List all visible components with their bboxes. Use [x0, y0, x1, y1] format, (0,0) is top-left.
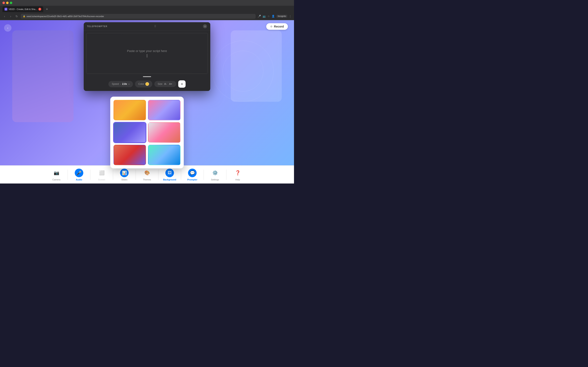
teleprompter-modal: TELEPROMPTER ⠿ ✕ Paste or type your scri…: [84, 22, 210, 91]
brightness-icon: ☀: [181, 82, 183, 86]
minimize-window-button[interactable]: [6, 2, 9, 4]
themes-icon: 🎨: [143, 169, 151, 177]
help-icon: ❓: [233, 169, 242, 177]
background-swatch-teal-blue[interactable]: [148, 145, 181, 165]
divider-8: [226, 170, 226, 180]
modal-header: TELEPROMPTER ⠿ ✕: [84, 22, 210, 31]
background-swatch-red-purple[interactable]: [113, 145, 146, 165]
microphone-icon[interactable]: 🎤: [258, 15, 261, 18]
record-button[interactable]: Record: [266, 23, 288, 30]
color-swatch[interactable]: [145, 82, 149, 86]
divider-2: [90, 170, 90, 180]
screen-icon: ⬜: [97, 169, 106, 177]
help-label: Help: [235, 178, 240, 181]
record-indicator: [270, 25, 272, 27]
divider-3: [113, 170, 113, 180]
speed-control[interactable]: Speed - 2.0x +: [108, 81, 133, 87]
tab-close-button[interactable]: ✕: [38, 8, 41, 11]
prompter-icon: 💬: [188, 169, 197, 177]
toolbar-item-settings[interactable]: ⚙️ Settings: [205, 167, 225, 183]
divider-6: [181, 170, 181, 180]
profile-icon[interactable]: 👤: [272, 15, 275, 18]
back-button[interactable]: ‹: [4, 24, 11, 32]
settings-icon: ⚙️: [211, 169, 219, 177]
scroll-indicator: [143, 76, 151, 77]
background-icon: 🖼: [165, 169, 174, 177]
toolbar-item-prompter[interactable]: 💬 Prompter: [182, 167, 203, 183]
divider-5: [158, 170, 158, 180]
close-window-button[interactable]: [2, 2, 5, 4]
main-content: ‹ Record Select or We su TELEPROMPTER ⠿ …: [0, 20, 294, 184]
url-text: veed.io/workspaces/22ce6d2f-38c5-4df1-a8…: [26, 15, 104, 17]
brightness-button[interactable]: ☀: [178, 80, 186, 88]
toolbar-item-audio[interactable]: 🎤 Audio: [69, 167, 89, 183]
background-swatch-pink-purple[interactable]: [148, 100, 181, 120]
more-options-icon[interactable]: ⋮: [289, 15, 292, 18]
audio-icon: 🎤: [75, 169, 83, 177]
forward-navigation-button[interactable]: ›: [9, 15, 13, 18]
toolbar-item-slides[interactable]: 📊 Slides: [114, 167, 135, 183]
camera-icon: 📷: [52, 169, 61, 177]
size-control[interactable]: Size A- A+: [154, 81, 176, 87]
ssl-lock-icon: 🔒: [23, 15, 25, 17]
bg-card-left: [12, 30, 73, 122]
toolbar-item-background[interactable]: 🖼 Background: [159, 167, 180, 183]
cast-icon[interactable]: 📺: [263, 15, 266, 18]
url-input[interactable]: 🔒 veed.io/workspaces/22ce6d2f-38c5-4df1-…: [21, 14, 256, 19]
background-picker-popup: [110, 97, 184, 168]
color-label: Color: [138, 83, 144, 85]
size-label: Size: [158, 83, 162, 85]
browser-chrome: V VEED - Create, Edit & Sha... ✕ + ‹ › ↻…: [0, 0, 294, 20]
speed-decrease-button[interactable]: -: [120, 83, 121, 86]
background-swatch-blue-purple[interactable]: [113, 122, 146, 143]
browser-actions: 🎤 📺 ☆ 👤 Incognito ⋮: [258, 15, 292, 18]
toolbar-item-help[interactable]: ❓ Help: [227, 167, 248, 183]
bg-circle-2: [223, 51, 263, 92]
background-grid: [113, 100, 181, 165]
incognito-badge: Incognito: [277, 15, 287, 18]
back-navigation-button[interactable]: ‹: [2, 15, 7, 18]
background-swatch-orange[interactable]: [113, 100, 146, 120]
new-tab-button[interactable]: +: [44, 6, 50, 12]
modal-close-button[interactable]: ✕: [203, 24, 207, 28]
modal-controls: Speed - 2.0x + Color Size A- A+ ☀: [84, 78, 210, 91]
divider-1: [68, 170, 68, 180]
slides-icon: 📊: [120, 169, 129, 177]
size-increase-button[interactable]: A+: [169, 83, 173, 85]
divider-4: [136, 170, 136, 180]
text-cursor: |: [147, 53, 148, 58]
drag-handle-icon[interactable]: ⠿: [154, 25, 156, 28]
prompter-label: Prompter: [187, 178, 198, 181]
background-label: Background: [163, 178, 176, 181]
slides-label: Slides: [121, 178, 127, 181]
background-swatch-pink-blue[interactable]: [148, 122, 181, 143]
speed-value: 2.0x: [122, 83, 127, 85]
size-decrease-button[interactable]: A-: [164, 83, 167, 85]
color-control[interactable]: Color: [135, 81, 152, 87]
bookmark-icon[interactable]: ☆: [268, 15, 270, 18]
audio-label: Audio: [76, 178, 82, 181]
speed-increase-button[interactable]: +: [128, 83, 130, 86]
settings-label: Settings: [211, 178, 219, 181]
tab-favicon: V: [4, 8, 7, 11]
tab-bar: V VEED - Create, Edit & Sha... ✕ +: [0, 6, 294, 13]
reload-button[interactable]: ↻: [15, 15, 19, 18]
modal-title: TELEPROMPTER: [87, 25, 107, 27]
traffic-lights: [2, 2, 12, 4]
titlebar: [0, 0, 294, 6]
divider-7: [204, 170, 204, 180]
maximize-window-button[interactable]: [10, 2, 12, 4]
address-bar: ‹ › ↻ 🔒 veed.io/workspaces/22ce6d2f-38c5…: [0, 13, 294, 20]
themes-label: Themes: [143, 178, 151, 181]
camera-label: Camera: [52, 178, 60, 181]
tab-title: VEED - Create, Edit & Sha...: [9, 8, 37, 10]
record-label: Record: [274, 25, 284, 28]
screen-label: Screen: [98, 178, 105, 181]
speed-label: Speed: [112, 83, 119, 85]
toolbar-item-themes[interactable]: 🎨 Themes: [137, 167, 157, 183]
toolbar-item-camera[interactable]: 📷 Camera: [46, 167, 67, 183]
toolbar-item-screen[interactable]: ⬜ Screen: [91, 167, 112, 183]
active-tab[interactable]: V VEED - Create, Edit & Sha... ✕: [2, 6, 43, 12]
script-placeholder-text: Paste or type your script here: [127, 49, 167, 53]
script-textarea[interactable]: Paste or type your script here |: [86, 33, 208, 74]
